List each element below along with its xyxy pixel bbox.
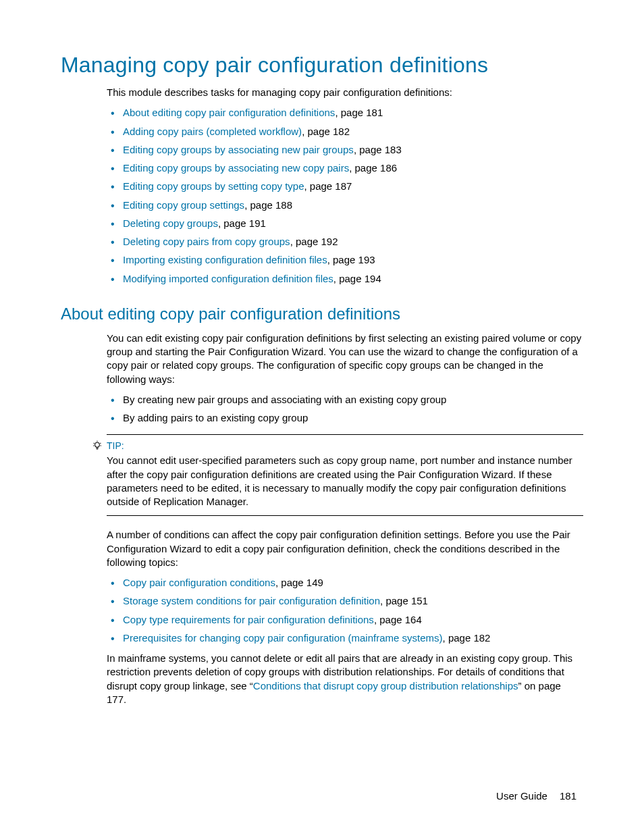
condition-page-ref: , page 164 [374,614,422,625]
toc-page-ref: , page 187 [304,180,352,192]
list-item: By adding pairs to an existing copy grou… [107,411,583,425]
page-footer: User Guide181 [496,790,576,802]
toc-item: Adding copy pairs (completed workflow), … [107,125,583,138]
toc-link[interactable]: Deleting copy groups [123,217,218,229]
ways-list: By creating new pair groups and associat… [107,393,583,425]
section-title-about-editing: About editing copy pair configuration de… [61,305,583,323]
toc-page-ref: , page 192 [290,236,338,247]
toc-link[interactable]: Editing copy groups by associating new c… [123,162,349,174]
condition-item: Copy pair configuration conditions, page… [107,576,583,590]
condition-item: Copy type requirements for pair configur… [107,613,583,627]
page-title: Managing copy pair configuration definit… [61,53,583,78]
toc-list: About editing copy pair configuration de… [107,106,583,286]
svg-point-0 [95,443,100,448]
list-item: By creating new pair groups and associat… [107,393,583,407]
toc-link[interactable]: Modifying imported configuration definit… [123,273,333,284]
toc-link[interactable]: Importing existing configuration definit… [123,254,327,265]
toc-item: Modifying imported configuration definit… [107,272,583,286]
section-body: You can edit existing copy pair configur… [107,332,583,706]
tip-rule-top [107,434,583,435]
section-p1: You can edit existing copy pair configur… [107,332,583,386]
condition-item: Storage system conditions for pair confi… [107,594,583,608]
toc-link[interactable]: Editing copy group settings [123,199,244,211]
condition-link[interactable]: Copy type requirements for pair configur… [123,614,374,625]
footer-label: User Guide [496,790,547,802]
toc-link[interactable]: Editing copy groups by associating new p… [123,144,354,155]
toc-item: Editing copy groups by setting copy type… [107,180,583,193]
final-link[interactable]: Conditions that disrupt copy group distr… [253,680,518,692]
toc-item: Importing existing configuration definit… [107,253,583,267]
toc-item: About editing copy pair configuration de… [107,106,583,120]
condition-page-ref: , page 151 [380,595,428,606]
toc-page-ref: , page 186 [349,162,397,174]
lightbulb-icon [92,440,103,451]
toc-page-ref: , page 193 [327,254,375,265]
toc-page-ref: , page 191 [218,217,266,229]
toc-item: Editing copy group settings, page 188 [107,199,583,212]
tip-rule-bottom [107,515,583,516]
conditions-list: Copy pair configuration conditions, page… [107,576,583,645]
condition-link[interactable]: Storage system conditions for pair confi… [123,595,380,606]
toc-page-ref: , page 181 [335,107,383,118]
tip-text: You cannot edit user-specified parameter… [107,454,583,509]
toc-link[interactable]: Editing copy groups by setting copy type [123,180,304,192]
toc-item: Deleting copy pairs from copy groups, pa… [107,235,583,249]
page-content: Managing copy pair configuration definit… [0,0,644,834]
tip-label: TIP: [107,440,124,451]
condition-page-ref: , page 182 [443,632,491,644]
intro-text: This module describes tasks for managing… [107,86,583,99]
condition-link[interactable]: Copy pair configuration conditions [123,577,275,588]
tip-header: TIP: [107,440,583,451]
footer-page-number: 181 [560,790,576,802]
toc-link[interactable]: Deleting copy pairs from copy groups [123,236,290,247]
final-paragraph: In mainframe systems, you cannot delete … [107,652,583,706]
svg-line-2 [94,443,95,444]
toc-page-ref: , page 188 [244,199,292,211]
condition-page-ref: , page 149 [275,577,323,588]
toc-link[interactable]: Adding copy pairs (completed workflow) [123,126,302,137]
condition-item: Prerequisites for changing copy pair con… [107,631,583,645]
toc-item: Editing copy groups by associating new p… [107,143,583,157]
toc-item: Deleting copy groups, page 191 [107,217,583,230]
tip-block: TIP: You cannot edit user-specified para… [107,434,583,516]
section-p2: A number of conditions can affect the co… [107,528,583,569]
toc-page-ref: , page 182 [302,126,350,137]
toc-link[interactable]: About editing copy pair configuration de… [123,107,335,118]
toc-page-ref: , page 183 [354,144,402,155]
condition-link[interactable]: Prerequisites for changing copy pair con… [123,632,443,644]
toc-page-ref: , page 194 [333,273,381,284]
toc-item: Editing copy groups by associating new c… [107,161,583,175]
intro-block: This module describes tasks for managing… [107,86,583,286]
svg-line-3 [100,443,101,444]
